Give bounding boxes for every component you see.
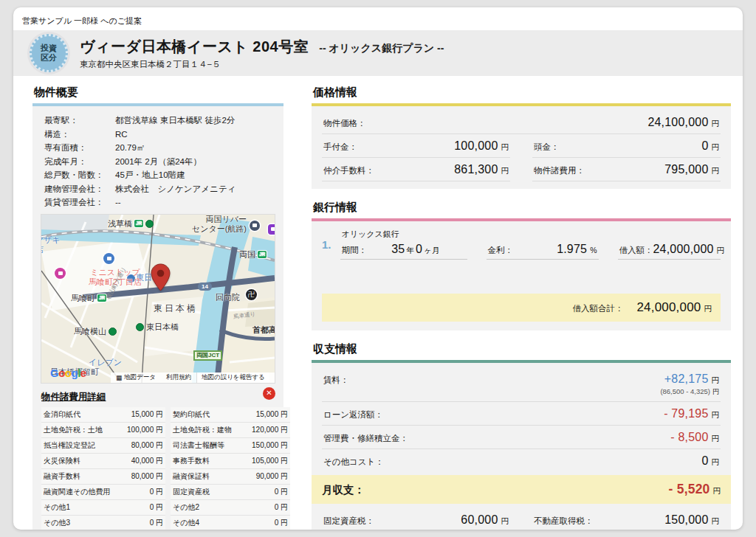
header-text: ヴィーダ日本橋イースト 204号室 -- オリックス銀行プラン -- 東京都中央… [80, 37, 444, 70]
costs-row: 融資手数料80,000 円融資保証料90,000 円 [41, 468, 290, 484]
store-poi-icon [103, 253, 114, 264]
overview-row: 完成年月：2001年 2月（築24年） [41, 155, 275, 169]
station-dot-icon [136, 323, 144, 331]
costs-row: 金消印紙代15,000 円契約印紙代15,000 円 [41, 407, 290, 423]
station-dot-icon [109, 328, 117, 336]
property-price-field: 物件価格：24,100,000円 [322, 111, 721, 134]
left-column: 物件概要 最寄駅：都営浅草線 東日本橋駅 徒歩2分 構造：RC 専有面積：20.… [32, 86, 284, 530]
badge-line1: 投資 [41, 44, 57, 53]
bank-name: オリックス銀行 [340, 229, 721, 240]
route-14-badge: 14 [198, 283, 212, 291]
costs-detail-title: 物件諸費用詳細 [41, 389, 275, 407]
management-fee-field: 管理費・修繕積立金：- 8,500円 [322, 426, 721, 449]
brokerage-fee-field: 仲介手数料：861,300円 [322, 158, 510, 181]
station-dot-icon [145, 220, 154, 228]
overview-row: 専有面積：20.79㎡ [41, 141, 275, 155]
badge-line2: 区分 [41, 53, 57, 63]
deposit-field: 手付金：100,000円 [322, 134, 510, 158]
price-section-title: 価格情報 [312, 86, 731, 106]
jr-badge-icon: JR [258, 251, 267, 258]
rent-field: 賃料： +82,175円(86,500 - 4,325)円 [322, 367, 721, 402]
balance-section-title: 収支情報 [312, 342, 731, 363]
bank-row: 1. オリックス銀行 期間：35年0ヶ月 金利：1.975% 借入額：24,00… [322, 229, 721, 260]
terms-link[interactable]: 利用規約 [161, 373, 196, 382]
proposal-line: 営業サンプル 一郎様 へのご提案 [13, 7, 743, 30]
costs-row: 融資関連その他費用0 円固定資産税0 円 [41, 484, 290, 499]
bank-section-title: 銀行情報 [312, 201, 731, 221]
property-address: 東京都中央区東日本橋２丁目１４−５ [80, 59, 444, 70]
bank-panel: 1. オリックス銀行 期間：35年0ヶ月 金利：1.975% 借入額：24,00… [312, 221, 731, 330]
purple-poi-icon [268, 224, 275, 235]
costs-row: 抵当権設定登記80,000 円司法書士報酬等150,000 円 [41, 437, 290, 453]
bank-index: 1. [322, 229, 331, 260]
overview-panel: 最寄駅：都営浅草線 東日本橋駅 徒歩2分 構造：RC 専有面積：20.79㎡ 完… [32, 106, 284, 530]
close-icon[interactable]: ✕ [263, 387, 275, 400]
costs-row: 土地免許税：土地100,000 円土地免許税：建物120,000 円 [41, 422, 290, 437]
property-tax-field: 固定資産税：60,000円 [322, 508, 510, 530]
acquisition-tax-field: 不動産取得税：150,000円 [532, 508, 721, 530]
overview-row: 総戸数・階数：45戸・地上10階建 [41, 168, 275, 182]
map-label-bakuroyokoyama: 馬喰横山 [74, 327, 117, 336]
map-label-shutoko: 首都高 [252, 325, 275, 335]
price-panel: 物件価格：24,100,000円 手付金：100,000円 頭金：0円 仲介手数… [312, 106, 731, 189]
down-payment-field: 頭金：0円 [532, 134, 721, 158]
map-label-ryogoku: 両国JR [239, 250, 267, 260]
boat-poi-icon [250, 221, 260, 231]
overview-row: 最寄駅：都営浅草線 東日本橋駅 徒歩2分 [41, 114, 275, 128]
map-attribution-bar: ▦地図データ 利用規約 地図の誤りを報告する [111, 373, 275, 383]
map-pin-icon [151, 263, 171, 291]
costs-row: 火災保険料40,000 円事務手数料105,000 円 [41, 453, 290, 468]
overview-row: 建物管理会社：株式会社 シノケンアメニティ [41, 182, 275, 196]
jr-badge-icon: JR [134, 220, 143, 227]
page-title: ヴィーダ日本橋イースト 204号室 [80, 37, 309, 57]
overview-row: 構造：RC [41, 128, 275, 142]
property-costs-field: 物件諸費用：795,000円 [532, 158, 721, 181]
investment-type-badge: 投資 区分 [30, 34, 68, 72]
map-label-seven-eleven: イレブン [89, 358, 122, 367]
map-label-bakurocho: 馬喰町JR [71, 294, 106, 303]
loan-period-field: 期間：35年0ヶ月 [340, 243, 467, 260]
balance-panel: 賃料： +82,175円(86,500 - 4,325)円 ローン返済額：- 7… [312, 363, 731, 530]
plan-name: -- オリックス銀行プラン -- [319, 42, 444, 55]
costs-row: その他10 円その他20 円 [41, 499, 290, 515]
right-column: 価格情報 物件価格：24,100,000円 手付金：100,000円 頭金：0円… [312, 86, 731, 530]
overview-section-title: 物件概要 [32, 86, 284, 106]
overview-row: 賃貸管理会社：-- [41, 195, 275, 209]
costs-detail-block: 物件諸費用詳細 ✕ 金消印紙代15,000 円契約印紙代15,000 円 土地免… [41, 389, 275, 530]
map-data-label: ▦地図データ [111, 373, 161, 382]
proposal-page: 営業サンプル 一郎様 へのご提案 投資 区分 ヴィーダ日本橋イースト 204号室… [13, 7, 743, 530]
costs-row: その他30 円その他40 円 [41, 515, 290, 530]
map-label-ekoin: 回向院 [216, 293, 240, 302]
monthly-balance-row: 月収支：- 5,520円 [312, 475, 731, 504]
costs-table: 金消印紙代15,000 円契約印紙代15,000 円 土地免許税：土地100,0… [41, 407, 290, 530]
interest-rate-field: 金利：1.975% [487, 243, 599, 260]
google-map[interactable]: 浅草橋JR 両国リバーセンター(航路) 両国JR マザキ店 ミニストップ馬喰町2… [41, 215, 275, 383]
keyboard-icon: ▦ [116, 374, 122, 381]
header-band: 投資 区分 ヴィーダ日本橋イースト 204号室 -- オリックス銀行プラン --… [13, 30, 743, 76]
other-cost-field: その他コスト：0円 [322, 449, 721, 472]
map-label-river-center: 両国リバーセンター(航路) [179, 215, 247, 234]
loan-total-row: 借入額合計：24,000,000円 [322, 294, 721, 322]
loan-repayment-field: ローン返済額：- 79,195円 [322, 402, 721, 426]
loan-amount-field: 借入額：24,000,000円 [618, 243, 721, 260]
map-label-asakusabashi: 浅草橋JR [108, 219, 154, 229]
temple-manji-icon: 卍 [246, 289, 257, 300]
map-label-higashinihombashi-station: 東日本橋 [136, 322, 179, 332]
map-label-yamazaki: マザキ店 [41, 235, 61, 254]
ryogoku-jct-badge: 両国JCT [193, 350, 222, 361]
hotel-poi-icon [55, 268, 66, 279]
map-label-higashinihombashi-area: 東日本橋 [154, 303, 198, 313]
report-error-link[interactable]: 地図の誤りを報告する [196, 373, 269, 383]
google-logo: Google [50, 367, 86, 379]
